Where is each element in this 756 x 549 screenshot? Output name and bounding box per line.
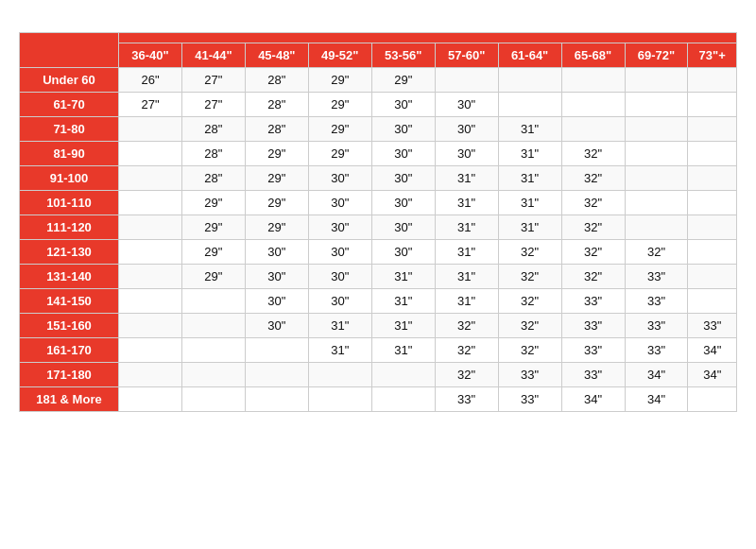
data-cell-10-4: 31" [371,314,435,338]
data-cell-7-7: 32" [561,240,625,265]
height-header [119,33,737,43]
data-cell-12-9: 34" [688,363,737,387]
table-row: 131-14029"30"30"31"31"32"32"33" [20,265,737,289]
weight-cell-8: 131-140 [20,265,119,289]
data-cell-5-2: 29" [245,191,308,215]
data-cell-11-3: 31" [308,338,371,363]
data-cell-4-7: 32" [561,166,625,191]
data-cell-7-4: 30" [371,240,435,265]
data-cell-4-0 [119,166,182,191]
data-cell-11-6: 32" [498,338,561,363]
data-cell-0-8 [625,68,688,93]
data-cell-0-4: 29" [371,68,435,93]
data-cell-5-3: 30" [308,191,371,215]
weight-header [20,33,119,68]
table-row: 81-9028"29"29"30"30"31"32" [20,142,737,166]
data-cell-8-2: 30" [245,265,308,289]
data-cell-2-4: 30" [371,117,435,142]
data-cell-12-5: 32" [435,363,498,387]
data-cell-10-6: 32" [498,314,561,338]
data-cell-7-6: 32" [498,240,561,265]
data-cell-7-9 [688,240,737,265]
weight-cell-4: 91-100 [20,166,119,191]
data-cell-9-5: 31" [435,289,498,314]
data-cell-7-2: 30" [245,240,308,265]
table-row: 111-12029"29"30"30"31"31"32" [20,215,737,240]
data-cell-5-4: 30" [371,191,435,215]
data-cell-3-8 [625,142,688,166]
data-cell-5-5: 31" [435,191,498,215]
data-cell-4-5: 31" [435,166,498,191]
data-cell-12-7: 33" [561,363,625,387]
table-row: 151-16030"31"31"32"32"33"33"33" [20,314,737,338]
col-header-6: 61-64" [498,43,561,68]
data-cell-6-0 [119,215,182,240]
data-cell-3-1: 28" [181,142,245,166]
data-cell-1-7 [561,93,625,117]
col-header-8: 69-72" [625,43,688,68]
data-cell-13-8: 34" [625,387,688,412]
data-cell-11-4: 31" [371,338,435,363]
weight-cell-0: Under 60 [20,68,119,93]
data-cell-10-8: 33" [625,314,688,338]
data-cell-6-2: 29" [245,215,308,240]
data-cell-6-1: 29" [181,215,245,240]
data-cell-4-9 [688,166,737,191]
data-cell-3-9 [688,142,737,166]
data-cell-5-0 [119,191,182,215]
data-cell-13-6: 33" [498,387,561,412]
data-cell-1-5: 30" [435,93,498,117]
table-row: Under 6026"27"28"29"29" [20,68,737,93]
data-cell-13-5: 33" [435,387,498,412]
data-cell-12-0 [119,363,182,387]
weight-cell-2: 71-80 [20,117,119,142]
data-cell-1-3: 29" [308,93,371,117]
data-cell-1-4: 30" [371,93,435,117]
data-cell-13-7: 34" [561,387,625,412]
data-cell-4-6: 31" [498,166,561,191]
weight-cell-11: 161-170 [20,338,119,363]
data-cell-8-1: 29" [181,265,245,289]
data-cell-8-7: 32" [561,265,625,289]
table-row: 181 & More33"33"34"34" [20,387,737,412]
data-cell-6-7: 32" [561,215,625,240]
data-cell-10-2: 30" [245,314,308,338]
data-cell-11-0 [119,338,182,363]
data-cell-8-5: 31" [435,265,498,289]
data-cell-1-1: 27" [181,93,245,117]
bat-size-chart: 36-40"41-44"45-48"49-52"53-56"57-60"61-6… [19,32,737,412]
data-cell-5-7: 32" [561,191,625,215]
data-cell-3-4: 30" [371,142,435,166]
data-cell-13-2 [245,387,308,412]
data-cell-2-7 [561,117,625,142]
data-cell-9-4: 31" [371,289,435,314]
table-row: 71-8028"28"29"30"30"31" [20,117,737,142]
data-cell-2-3: 29" [308,117,371,142]
data-cell-9-1 [181,289,245,314]
data-cell-8-9 [688,265,737,289]
data-cell-2-8 [625,117,688,142]
col-header-4: 53-56" [371,43,435,68]
data-cell-3-6: 31" [498,142,561,166]
data-cell-8-8: 33" [625,265,688,289]
data-cell-10-5: 32" [435,314,498,338]
table-row: 61-7027"27"28"29"30"30" [20,93,737,117]
data-cell-0-5 [435,68,498,93]
table-row: 161-17031"31"32"32"33"33"34" [20,338,737,363]
data-cell-6-6: 31" [498,215,561,240]
weight-cell-1: 61-70 [20,93,119,117]
data-cell-13-1 [181,387,245,412]
col-header-2: 45-48" [245,43,308,68]
data-cell-3-5: 30" [435,142,498,166]
data-cell-13-0 [119,387,182,412]
data-cell-3-3: 29" [308,142,371,166]
col-header-0: 36-40" [119,43,182,68]
data-cell-2-0 [119,117,182,142]
data-cell-9-6: 32" [498,289,561,314]
data-cell-11-1 [181,338,245,363]
data-cell-2-5: 30" [435,117,498,142]
data-cell-11-2 [245,338,308,363]
data-cell-13-3 [308,387,371,412]
data-cell-6-5: 31" [435,215,498,240]
data-cell-12-6: 33" [498,363,561,387]
